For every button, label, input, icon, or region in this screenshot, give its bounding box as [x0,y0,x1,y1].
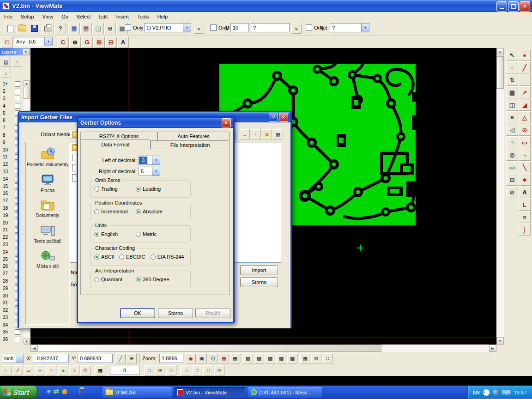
keyboard-icon[interactable]: ⌨ [502,389,511,396]
radio-icon[interactable] [94,277,99,282]
parallelogram-icon[interactable]: ▱ [24,365,34,375]
menu-item[interactable]: Help [153,12,172,21]
radio-360-degree[interactable]: 360 Degree [136,277,169,282]
layer-row[interactable]: 35 [0,328,23,336]
radio-english[interactable]: English [94,231,118,237]
place-desktop[interactable]: Plocha [26,174,69,193]
clear-icon[interactable]: ⊠ [311,353,321,363]
origin-target-icon[interactable]: ⊕ [104,23,116,34]
swap-layers-icon[interactable]: ⇅ [506,74,518,86]
grid-dark-icon[interactable]: ▦ [230,353,240,363]
bulb-p-icon[interactable]: ℗ [80,365,91,375]
chevron-down-icon[interactable]: ▼ [44,37,52,46]
layer-row[interactable]: 36 [0,336,23,343]
radio-icon[interactable] [119,254,124,260]
radio-icon[interactable] [94,209,99,214]
right-of-decimal-combo[interactable]: 5 ▼ [139,167,160,176]
arc-icon[interactable]: ∩ [506,136,518,148]
cursor-icon[interactable]: ↖ [506,49,518,61]
film-2-icon[interactable]: ▩ [254,353,264,363]
chevron-down-icon[interactable]: ▼ [361,24,369,32]
cancel-button[interactable]: Storno [158,308,193,318]
select-type-combo[interactable]: Any (U) ▼ [14,37,53,46]
layer-row[interactable]: 4 [0,102,23,109]
open-file-icon[interactable] [17,23,28,34]
pattern-1-icon[interactable]: ∴ [181,365,191,375]
dcode-value-field[interactable]: 10 [230,23,249,32]
pattern-3-icon[interactable]: ∷ [203,365,213,375]
layer-up-icon[interactable]: ↑ [12,57,22,67]
close-icon[interactable]: × [222,118,231,127]
route-tool-icon[interactable]: ↗ [519,86,531,98]
snap-anchor-icon[interactable]: ⌂ [166,365,176,375]
circle-tool-icon[interactable]: ⊙ [519,124,531,136]
scroll-down-icon[interactable]: ▼ [24,339,30,345]
restore-button[interactable] [508,1,519,12]
grid-table-icon[interactable]: ▦ [95,365,105,375]
place-my-network[interactable]: Místa v síti [26,250,69,269]
chevron-down-icon[interactable]: ▼ [152,156,160,164]
dots-icon[interactable]: ∷ [322,353,332,363]
stoplight-icon[interactable]: ● [58,365,68,375]
back-icon[interactable]: ← [240,129,250,139]
measure-pencil-icon[interactable]: ╱ [115,353,126,363]
dcode-filter-field[interactable]: ? [251,23,290,32]
zoom-point-icon[interactable]: ◉ [186,353,196,363]
line-tool-icon[interactable]: ╱ [519,61,531,73]
only-dcode-checkbox[interactable] [210,24,217,31]
hook-tool-icon[interactable]: ⌡ [519,224,531,236]
zoom-object-icon[interactable]: Q [208,353,218,363]
target-icon[interactable]: ◎ [506,149,518,161]
save-file-icon[interactable] [29,23,40,34]
table-icon[interactable]: ▦ [300,353,310,363]
corner-icon[interactable]: ⌐ [35,365,45,375]
film-4-icon[interactable]: ▩ [276,353,286,363]
layer-down-icon[interactable]: ↓ [1,68,11,78]
tab-data-format[interactable]: Data Format [80,139,151,149]
bulb-off-icon[interactable]: ○ [69,365,79,375]
radio-eia-rs244[interactable]: EIA RS-244 [151,254,184,260]
list-tool-icon[interactable]: ≡ [519,211,531,223]
help-icon[interactable]: ? [269,113,278,122]
fill-tool-icon[interactable]: ◢ [519,99,531,111]
units-combo[interactable]: inch [2,354,24,363]
panels-icon[interactable]: ◫ [506,99,518,111]
apply-button[interactable]: Použít [195,308,230,318]
layer-color-swatch[interactable] [15,96,20,101]
new-file-icon[interactable] [5,23,16,34]
place-documents[interactable]: Dokumenty [26,200,69,218]
only-file-checkbox[interactable] [125,24,131,31]
menu-item[interactable]: File [0,12,17,21]
zoom-window-icon[interactable]: ▣ [197,353,207,363]
radio-ebcdic[interactable]: EBCDIC [119,254,145,260]
pattern-2-icon[interactable]: ∵ [192,365,202,375]
close-button[interactable]: × [520,1,530,12]
poly-tool-icon[interactable]: △ [519,111,531,123]
angle-tool-icon[interactable]: ∟ [519,74,531,86]
cancel-button[interactable]: Storno [240,277,278,287]
label-tool-icon[interactable]: L [519,199,531,211]
layer-color-swatch[interactable] [15,89,20,94]
grid-red-icon[interactable]: ▦ [219,353,229,363]
language-indicator[interactable]: EN [472,390,479,395]
radio-incremental[interactable]: Incremental [94,209,127,214]
pad-frame-icon[interactable]: ⊞ [93,36,105,48]
star-tool-icon[interactable]: ∗ [519,174,531,186]
zoom-value-field[interactable]: 1.8866 [159,354,183,363]
place-my-computer[interactable]: Tento počítač [26,224,69,244]
layer-row[interactable]: 1+ [0,80,23,88]
only-net-checkbox[interactable] [306,24,312,31]
quick-launch-folder-icon[interactable] [79,388,80,394]
marquee-icon[interactable]: ⊡ [1,36,13,48]
scroll-up-icon[interactable]: ▲ [24,80,30,86]
layer-color-swatch[interactable] [15,81,20,87]
start-button[interactable]: Start [0,386,37,399]
menu-item[interactable]: Select [73,12,95,21]
file-select-combo[interactable]: 1) V2.PHO ▼ [144,23,191,32]
close-icon[interactable]: × [279,113,288,122]
net-combo[interactable]: ? ▼ [330,23,369,32]
task-button-viewmate[interactable]: V2.bin - ViewMate [175,387,245,398]
canvas-hscrollbar[interactable]: ◀ ▶ [30,345,496,352]
sync-icon[interactable]: ⇄ [54,387,59,395]
crosshair-icon[interactable]: ⊕ [69,36,81,48]
